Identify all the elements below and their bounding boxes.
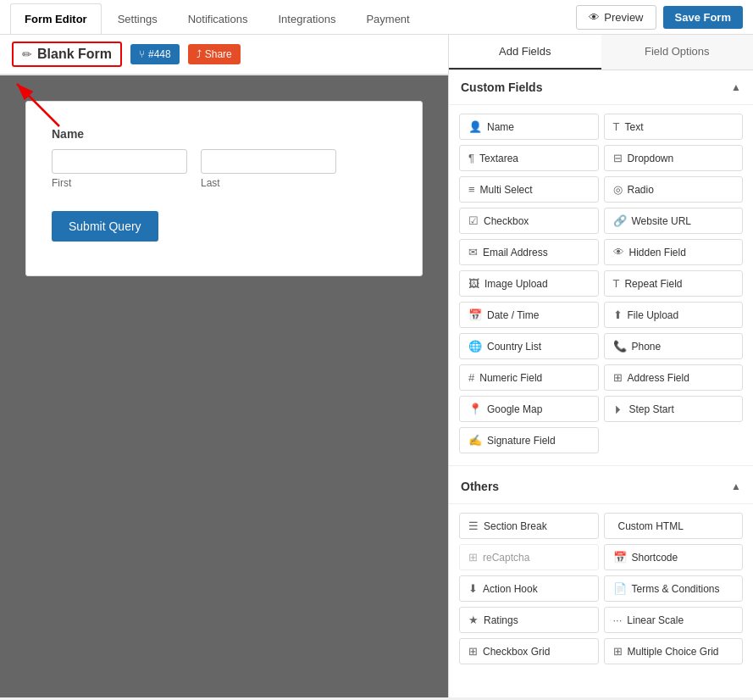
- field-btn-termsconditions[interactable]: 📄Terms & Conditions: [604, 575, 744, 602]
- field-btn-datetime[interactable]: 📅Date / Time: [459, 302, 599, 328]
- field-icon-email: ✉: [468, 246, 478, 258]
- field-label-imageupload: Image Upload: [484, 278, 548, 290]
- chevron-up-icon: ▲: [731, 81, 741, 93]
- field-icon-shortcode: 📅: [613, 551, 627, 564]
- field-btn-linearscale[interactable]: ···Linear Scale: [604, 607, 744, 633]
- top-nav-actions: 👁 Preview Save Form: [576, 5, 743, 30]
- last-name-input[interactable]: [201, 149, 336, 174]
- others-fields-grid: ☰Section BreakCustom HTML⊞reCaptcha📅Shor…: [449, 504, 753, 673]
- field-btn-name[interactable]: 👤Name: [459, 114, 599, 140]
- field-icon-sectionbreak: ☰: [468, 519, 479, 532]
- field-icon-datetime: 📅: [468, 308, 482, 321]
- share-icon: ⤴: [197, 48, 202, 60]
- field-label-hiddenfield: Hidden Field: [629, 247, 686, 258]
- field-btn-repeatfield[interactable]: TRepeat Field: [604, 270, 744, 297]
- field-btn-checkboxgrid[interactable]: ⊞Checkbox Grid: [459, 638, 599, 664]
- field-btn-radio[interactable]: ◎Radio: [604, 176, 744, 203]
- field-icon-linearscale: ···: [613, 614, 623, 626]
- first-name-group: First: [52, 149, 187, 189]
- field-icon-text: T: [613, 120, 620, 133]
- field-btn-numericfield[interactable]: #Numeric Field: [459, 364, 599, 391]
- field-btn-hiddenfield[interactable]: 👁Hidden Field: [604, 239, 744, 265]
- field-btn-textarea[interactable]: ¶Textarea: [459, 145, 599, 171]
- field-btn-googlemap[interactable]: 📍Google Map: [459, 396, 599, 422]
- field-label-countrylist: Country List: [487, 341, 541, 353]
- save-form-button[interactable]: Save Form: [663, 6, 743, 29]
- field-icon-name: 👤: [468, 120, 482, 133]
- field-btn-stepstart[interactable]: ⏵Step Start: [604, 396, 744, 422]
- form-canvas: Name First Last Submit Query: [25, 101, 423, 276]
- tab-notifications[interactable]: Notifications: [174, 3, 263, 34]
- field-label-name: Name: [487, 121, 514, 133]
- count-label: #448: [148, 48, 171, 60]
- field-btn-sectionbreak[interactable]: ☰Section Break: [459, 513, 599, 539]
- field-icon-dropdown: ⊟: [613, 152, 623, 164]
- field-label-multiplechoicegrid: Multiple Choice Grid: [628, 646, 719, 658]
- field-icon-radio: ◎: [613, 183, 623, 196]
- fields-panel: Custom Fields ▲ 👤NameTText¶Textarea⊟Drop…: [449, 70, 753, 673]
- field-label-radio: Radio: [628, 184, 654, 196]
- tab-integrations[interactable]: Integrations: [263, 3, 350, 34]
- chevron-up-icon-others: ▲: [731, 481, 741, 492]
- field-btn-checkbox[interactable]: ☑Checkbox: [459, 208, 599, 234]
- submit-button[interactable]: Submit Query: [52, 211, 158, 242]
- field-label-numericfield: Numeric Field: [479, 372, 542, 384]
- field-btn-phone[interactable]: 📞Phone: [604, 333, 744, 359]
- field-label-shortcode: Shortcode: [632, 552, 678, 564]
- field-btn-dropdown[interactable]: ⊟Dropdown: [604, 145, 744, 171]
- field-icon-termsconditions: 📄: [613, 582, 627, 595]
- form-count-button[interactable]: ⑂ #448: [130, 44, 180, 64]
- form-editor-panel: ✏ Blank Form ⑂ #448 ⤴ Share: [0, 35, 448, 697]
- field-btn-text[interactable]: TText: [604, 114, 744, 140]
- field-btn-addressfield[interactable]: ⊞Address Field: [604, 364, 744, 391]
- field-label-datetime: Date / Time: [487, 309, 539, 321]
- preview-label: Preview: [604, 11, 643, 24]
- tab-add-fields[interactable]: Add Fields: [449, 35, 601, 69]
- field-label-multiselect: Multi Select: [480, 184, 533, 196]
- share-label: Share: [205, 48, 232, 60]
- field-label-text: Text: [624, 121, 643, 133]
- field-btn-websiteurl[interactable]: 🔗Website URL: [604, 208, 744, 234]
- field-btn-email[interactable]: ✉Email Address: [459, 239, 599, 265]
- field-label-textarea: Textarea: [479, 153, 518, 164]
- field-btn-multiplechoicegrid[interactable]: ⊞Multiple Choice Grid: [604, 638, 744, 664]
- tab-form-editor[interactable]: Form Editor: [10, 3, 102, 34]
- field-btn-shortcode[interactable]: 📅Shortcode: [604, 544, 744, 570]
- last-name-group: Last: [201, 149, 336, 189]
- field-label-googlemap: Google Map: [487, 403, 542, 415]
- tab-settings[interactable]: Settings: [103, 3, 172, 34]
- field-label-repeatfield: Repeat Field: [624, 278, 682, 290]
- tab-payment[interactable]: Payment: [352, 3, 424, 34]
- field-btn-customhtml[interactable]: Custom HTML: [604, 513, 744, 539]
- field-icon-actionhook: ⬇: [468, 582, 478, 595]
- field-icon-fileupload: ⬆: [613, 308, 623, 321]
- share-button[interactable]: ⤴ Share: [188, 44, 241, 64]
- field-btn-imageupload[interactable]: 🖼Image Upload: [459, 270, 599, 297]
- field-label-checkboxgrid: Checkbox Grid: [483, 646, 550, 658]
- field-btn-multiselect[interactable]: ≡Multi Select: [459, 176, 599, 203]
- first-name-input[interactable]: [52, 149, 187, 174]
- form-title-bar: ✏ Blank Form ⑂ #448 ⤴ Share: [0, 35, 448, 75]
- last-name-sublabel: Last: [201, 177, 336, 189]
- panel-tabs: Add Fields Field Options: [449, 35, 753, 70]
- field-label-ratings: Ratings: [484, 614, 518, 626]
- field-btn-countrylist[interactable]: 🌐Country List: [459, 333, 599, 359]
- field-label-addressfield: Address Field: [628, 372, 689, 384]
- preview-button[interactable]: 👁 Preview: [576, 5, 656, 30]
- field-label-termsconditions: Terms & Conditions: [632, 583, 720, 595]
- field-btn-ratings[interactable]: ★Ratings: [459, 607, 599, 633]
- field-btn-actionhook[interactable]: ⬇Action Hook: [459, 575, 599, 602]
- tab-field-options[interactable]: Field Options: [601, 35, 754, 69]
- field-icon-multiplechoicegrid: ⊞: [613, 645, 623, 658]
- field-btn-fileupload[interactable]: ⬆File Upload: [604, 302, 744, 328]
- right-panel: Add Fields Field Options Custom Fields ▲…: [448, 35, 753, 697]
- custom-fields-header: Custom Fields ▲: [449, 70, 753, 105]
- field-label-actionhook: Action Hook: [483, 583, 538, 595]
- field-icon-phone: 📞: [613, 340, 627, 353]
- field-icon-signaturefield: ✍: [468, 434, 482, 447]
- name-field-label: Name: [52, 127, 396, 141]
- field-btn-signaturefield[interactable]: ✍Signature Field: [459, 427, 599, 453]
- field-label-sectionbreak: Section Break: [484, 520, 547, 532]
- field-label-linearscale: Linear Scale: [627, 614, 684, 626]
- form-title: Blank Form: [37, 47, 112, 62]
